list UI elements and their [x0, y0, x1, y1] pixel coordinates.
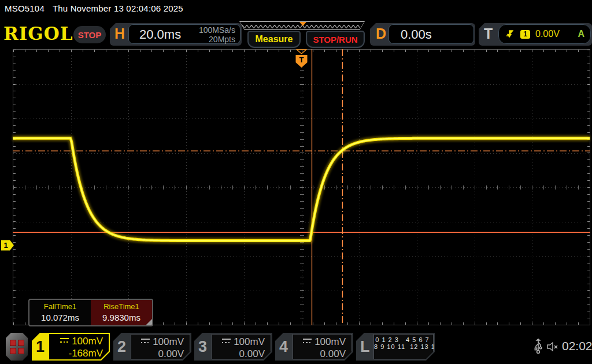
logic-label: L [360, 338, 370, 356]
channel-readout: 100mV 0.00V [212, 334, 271, 359]
measure-name: FallTime1 [29, 302, 91, 311]
channel-readout: 100mV -168mV [49, 334, 109, 359]
channel-scale: 100mV [153, 336, 184, 347]
channel-scale: 100mV [72, 336, 103, 347]
memory-depth: 20Mpts [199, 35, 235, 44]
sample-rate: 100MSa/s [199, 25, 235, 35]
logic-row-2: 8 9 10 11 12 13 14 15 [374, 343, 431, 350]
channel-1-box[interactable]: 1 100mV -168mV [32, 333, 110, 361]
channel-offset: 0.00V [212, 348, 265, 360]
channel-offset: 0.00V [131, 348, 184, 360]
channel-4-box[interactable]: 4 100mV 0.00V [275, 333, 353, 361]
logic-row-1: 0 1 2 3 4 5 6 7 [374, 336, 431, 343]
datetime: Thu November 13 02:04:06 2025 [53, 3, 183, 13]
channel-number: 1 [36, 338, 45, 356]
delay-label: D [376, 25, 386, 42]
delay-panel[interactable]: D 0.00s [370, 23, 475, 46]
graticule [13, 49, 590, 325]
channel-menu-icon[interactable] [6, 333, 28, 361]
preview-trigger-marker-icon[interactable] [299, 22, 306, 26]
channel-offset: 0.00V [293, 348, 346, 360]
titlebar: MSO5104Thu November 13 02:04:06 2025 [5, 3, 191, 13]
channel-scale: 100mV [314, 336, 346, 347]
speaker-muted-icon[interactable] [546, 341, 560, 352]
horizontal-readout: 20.0ms 100MSa/s 20Mpts [128, 24, 240, 44]
channel-number: 3 [198, 338, 207, 356]
center-axis-h [13, 185, 590, 190]
dc-coupling-icon [303, 339, 312, 345]
channel-2-box[interactable]: 2 100mV 0.00V [113, 333, 191, 361]
channel-offset: -168mV [49, 347, 103, 359]
model-name: MSO5104 [5, 3, 45, 13]
trigger-source-badge: 1 [520, 30, 530, 39]
measure-name: RiseTime1 [91, 302, 152, 311]
logic-channels-box[interactable]: L 0 1 2 3 4 5 6 7 8 9 10 11 12 13 14 15 [356, 333, 435, 361]
run-state-badge[interactable]: STOP [73, 26, 106, 43]
rigol-logo: RIGOL [3, 23, 73, 44]
channel-scale: 100mV [234, 336, 265, 347]
channel-readout: 100mV 0.00V [131, 334, 190, 359]
measure-item-falltime[interactable]: FallTime1 10.072ms [29, 300, 91, 325]
channel-number: 4 [279, 338, 288, 356]
dc-coupling-icon [222, 339, 231, 345]
trigger-readout: 1 0.00V A [498, 24, 591, 44]
trigger-level-value: 0.00V [535, 29, 560, 39]
channel-readout: 100mV 0.00V [293, 334, 352, 359]
measure-button[interactable]: Measure [247, 31, 301, 48]
measure-item-risetime[interactable]: RiseTime1 9.9830ms [91, 300, 152, 325]
acquisition-info: 100MSa/s 20Mpts [199, 25, 235, 44]
dc-coupling-icon [141, 339, 150, 345]
timebase-value: 20.0ms [139, 27, 181, 42]
stop-run-button[interactable]: STOP/RUN [306, 31, 365, 48]
trigger-mode: A [578, 29, 584, 39]
measure-value: 10.072ms [29, 313, 91, 322]
horizontal-panel[interactable]: H 20.0ms 100MSa/s 20Mpts [110, 23, 242, 46]
channel-marker-number: 1 [3, 241, 8, 250]
delay-value: 0.00s [401, 27, 432, 42]
delay-readout: 0.00s [388, 24, 474, 44]
measurement-popup: FallTime1 10.072ms RiseTime1 9.9830ms [28, 299, 153, 326]
dc-coupling-icon [60, 338, 69, 344]
grid-icon [10, 340, 24, 354]
usb-icon [532, 339, 545, 355]
channel-3-box[interactable]: 3 100mV 0.00V [194, 333, 272, 361]
clock: 02:02 [562, 339, 592, 353]
trigger-panel[interactable]: T 1 0.00V A [479, 23, 592, 46]
logic-readout: 0 1 2 3 4 5 6 7 8 9 10 11 12 13 14 15 [373, 334, 434, 359]
channel-1-ground-marker[interactable] [1, 240, 14, 250]
popup-fold-corner-icon [146, 319, 152, 325]
channel-number: 2 [117, 338, 126, 356]
falling-edge-icon [505, 29, 515, 39]
measure-value: 9.9830ms [91, 313, 152, 322]
trigger-label: T [484, 25, 493, 42]
oscilloscope-screen: MSO5104Thu November 13 02:04:06 2025 RIG… [0, 0, 592, 364]
horizontal-label: H [114, 25, 125, 42]
